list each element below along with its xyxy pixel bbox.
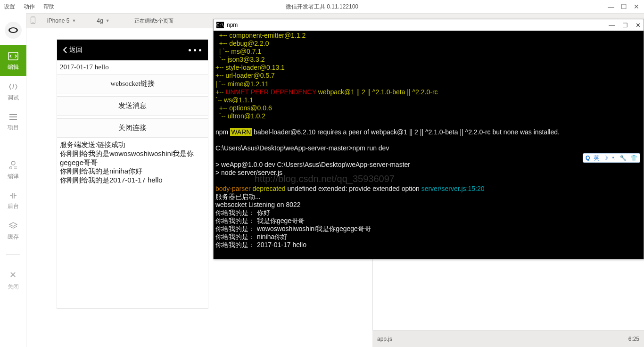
list-item: 你刚刚给我的是niniha你好: [60, 167, 205, 176]
stage-icon: [8, 192, 18, 199]
cmd-icon: C:\: [216, 22, 224, 28]
terminal-window: C:\ npm — ☐ ✕ +-- component-emitter@1.1.…: [213, 19, 644, 259]
info-line: 2017-01-17 hello: [57, 60, 208, 74]
sidebar-item-project[interactable]: 项目: [0, 107, 26, 136]
divider: [6, 254, 20, 255]
sidebar-label-close: 关闭: [8, 283, 19, 290]
network-label: 4g: [97, 17, 103, 24]
splitter[interactable]: [372, 259, 373, 330]
svg-point-3: [11, 161, 15, 165]
device-label: iPhone 5: [47, 17, 69, 24]
moon-icon[interactable]: ☽: [603, 155, 608, 161]
menu-settings[interactable]: 设置: [4, 3, 15, 11]
status-filename: app.js: [377, 336, 392, 342]
menu-actions[interactable]: 动作: [24, 3, 35, 11]
ime-lang[interactable]: 英: [594, 154, 599, 162]
device-select[interactable]: iPhone 5▼: [47, 17, 76, 24]
chevron-left-icon: [63, 46, 67, 54]
sidebar-item-cache[interactable]: 缓存: [0, 215, 26, 246]
send-message-button[interactable]: 发送消息: [57, 96, 208, 116]
sidebar-item-edit[interactable]: 编辑: [0, 45, 26, 76]
list-item: 你刚刚给我的是2017-01-17 hello: [60, 176, 205, 185]
sidebar-label-stage: 后台: [8, 203, 19, 209]
sidebar-label-project: 项目: [8, 124, 19, 131]
sidebar-item-stage[interactable]: 后台: [0, 185, 26, 215]
ime-toolbar[interactable]: Q 英 ☽ •, 🔧 👕: [583, 153, 640, 163]
terminal-title: npm: [227, 22, 238, 28]
back-label: 返回: [69, 46, 83, 54]
maximize-icon[interactable]: ☐: [621, 3, 627, 10]
code-icon: [8, 52, 18, 60]
network-select[interactable]: 4g▼: [97, 17, 109, 24]
svg-point-4: [9, 167, 12, 169]
close-connection-button[interactable]: 关闭连接: [57, 118, 208, 138]
window-title: 微信开发者工具 0.11.122100: [286, 3, 358, 11]
term-maximize-icon[interactable]: ☐: [622, 22, 628, 29]
sidebar-label-edit: 编辑: [8, 64, 19, 70]
close-icon[interactable]: ✕: [634, 3, 639, 10]
skin-icon[interactable]: 👕: [630, 155, 637, 161]
sidebar-item-close[interactable]: ✕ 关闭: [0, 263, 26, 296]
brackets-icon: [8, 83, 18, 91]
x-icon: ✕: [0, 270, 26, 280]
sidebar-label-debug: 调试: [8, 94, 19, 101]
debug-status: 正在调试5个页面: [134, 17, 173, 25]
minimize-icon[interactable]: —: [608, 3, 614, 10]
layers-icon: [8, 222, 18, 230]
back-button[interactable]: 返回: [63, 46, 83, 54]
svg-point-1: [10, 28, 17, 32]
phone-icon[interactable]: [30, 17, 36, 25]
list-item: 服务端发送:链接成功: [60, 140, 205, 149]
menu-icon: [8, 113, 18, 121]
status-cursor-pos: 6:25: [628, 336, 639, 342]
wrench-icon[interactable]: 🔧: [619, 155, 627, 161]
more-icon[interactable]: [189, 49, 201, 51]
term-minimize-icon[interactable]: —: [609, 22, 615, 29]
term-close-icon[interactable]: ✕: [636, 22, 641, 29]
phone-preview: 返回 2017-01-17 hello websocket链接 发送消息 关闭连…: [57, 40, 208, 308]
websocket-link-button[interactable]: websocket链接: [57, 74, 208, 93]
avatar[interactable]: [5, 22, 22, 39]
search-icon[interactable]: Q: [586, 155, 590, 161]
sidebar-label-compile: 编译: [8, 173, 19, 180]
message-log: 服务端发送:链接成功 你刚刚给我的是wowoswoshiwoshini我是你ge…: [57, 140, 208, 185]
divider: [6, 145, 20, 145]
sidebar-label-cache: 缓存: [8, 233, 19, 240]
chevron-down-icon: ▼: [106, 18, 110, 23]
sidebar-item-compile[interactable]: 编译: [0, 154, 26, 185]
chevron-down-icon: ▼: [72, 18, 76, 23]
list-item: 你刚刚给我的是wowoswoshiwoshini我是你gegege哥哥: [60, 149, 205, 167]
terminal-output: +-- component-emitter@1.1.2 +-- debug@2.…: [214, 31, 644, 259]
menu-help[interactable]: 帮助: [43, 3, 55, 11]
editor-panel: [239, 259, 644, 330]
comma-icon[interactable]: •,: [612, 155, 616, 161]
compile-icon: [8, 160, 18, 170]
sidebar-item-debug[interactable]: 调试: [0, 76, 26, 107]
